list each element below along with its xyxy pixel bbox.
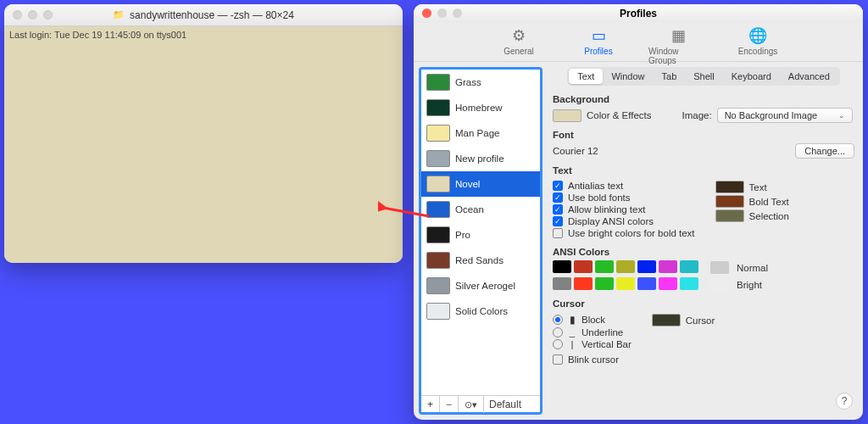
doc-icon: ▭: [589, 26, 608, 45]
minimize-icon[interactable]: [437, 8, 447, 18]
ansi-color-well[interactable]: [595, 277, 614, 290]
change-font-button[interactable]: Change...: [795, 143, 854, 159]
radio[interactable]: [553, 315, 563, 325]
minimize-icon[interactable]: [28, 10, 37, 20]
ansi-color-well[interactable]: [553, 260, 571, 273]
help-button[interactable]: ?: [836, 393, 853, 410]
remove-profile-button[interactable]: −: [440, 396, 459, 412]
profile-thumbnail: [426, 176, 450, 192]
toolbar-window-groups[interactable]: ▦Window Groups: [648, 26, 708, 61]
toolbar-profiles[interactable]: ▭Profiles: [569, 26, 628, 61]
cursor-glyph-icon: |: [568, 339, 576, 349]
profile-item-red-sands[interactable]: Red Sands: [421, 248, 540, 273]
ansi-color-well[interactable]: [616, 277, 635, 290]
profile-sidebar: GrassHomebrewMan PageNew profileNovelOce…: [419, 67, 542, 415]
tab-window[interactable]: Window: [603, 69, 653, 84]
terminal-titlebar[interactable]: 📁 sandywrittenhouse — -zsh — 80×24: [4, 4, 403, 26]
cursor-section-title: Cursor: [553, 298, 854, 309]
cursor-glyph-icon: _: [568, 327, 576, 338]
tab-text[interactable]: Text: [569, 69, 603, 84]
prefs-title: Profiles: [620, 8, 657, 20]
profile-item-new-profile[interactable]: New profile: [421, 146, 540, 171]
profile-thumbnail: [426, 201, 450, 218]
ansi-color-well[interactable]: [659, 277, 677, 290]
profile-item-homebrew[interactable]: Homebrew: [421, 95, 540, 120]
ansi-color-well[interactable]: [595, 260, 614, 273]
color-effects-label: Color & Effects: [587, 110, 652, 120]
ansi-color-well[interactable]: [574, 277, 593, 290]
last-login-text: Last login: Tue Dec 19 11:45:09 on ttys0…: [9, 30, 186, 40]
text-section-title: Text: [553, 165, 854, 176]
profile-item-man-page[interactable]: Man Page: [421, 120, 540, 146]
ansi-color-well[interactable]: [680, 260, 698, 273]
close-icon[interactable]: [422, 8, 431, 18]
radio[interactable]: [553, 339, 563, 349]
add-profile-button[interactable]: +: [421, 396, 440, 412]
traffic-lights[interactable]: [13, 10, 53, 20]
ansi-color-well[interactable]: [659, 260, 677, 273]
radio[interactable]: [553, 327, 563, 338]
profile-action-menu[interactable]: ⊙▾: [459, 396, 484, 413]
checkbox[interactable]: [553, 228, 563, 238]
profile-item-novel[interactable]: Novel: [421, 171, 540, 197]
ansi-color-well[interactable]: [680, 277, 698, 290]
ansi-color-well[interactable]: [637, 260, 656, 273]
ansi-color-well[interactable]: [637, 277, 656, 290]
prefs-toolbar: ⚙General▭Profiles▦Window Groups🌐Encoding…: [414, 23, 863, 62]
ansi-color-well[interactable]: [710, 278, 729, 291]
profile-thumbnail: [426, 125, 450, 142]
profile-list[interactable]: GrassHomebrewMan PageNew profileNovelOce…: [421, 70, 540, 395]
ansi-bright-label: Bright: [737, 280, 762, 290]
ansi-color-well[interactable]: [553, 277, 571, 290]
profile-item-solid-colors[interactable]: Solid Colors: [421, 298, 540, 324]
zoom-icon[interactable]: [453, 8, 462, 18]
traffic-lights[interactable]: [422, 8, 462, 18]
font-section-title: Font: [553, 130, 854, 140]
gear-icon: ⚙: [509, 26, 528, 45]
close-icon[interactable]: [13, 10, 22, 20]
checkbox[interactable]: ✓: [553, 181, 563, 191]
profile-item-pro[interactable]: Pro: [421, 222, 540, 248]
default-label: Default: [484, 399, 521, 410]
settings-pane: TextWindowTabShellKeyboardAdvanced Backg…: [542, 62, 863, 420]
tab-advanced[interactable]: Advanced: [780, 69, 838, 84]
font-value: Courier 12: [553, 146, 598, 156]
ansi-normal-label: Normal: [737, 263, 768, 273]
prefs-titlebar[interactable]: Profiles: [414, 4, 863, 23]
tab-tab[interactable]: Tab: [654, 69, 686, 84]
terminal-body[interactable]: Last login: Tue Dec 19 11:45:09 on ttys0…: [4, 26, 403, 263]
zoom-icon[interactable]: [43, 10, 53, 20]
background-image-popup[interactable]: No Background Image: [717, 108, 853, 123]
color-well[interactable]: [715, 195, 744, 208]
image-label: Image:: [682, 110, 712, 120]
profile-item-silver-aerogel[interactable]: Silver Aerogel: [421, 273, 540, 298]
checkbox[interactable]: [553, 354, 563, 365]
terminal-title: sandywrittenhouse — -zsh — 80×24: [130, 9, 294, 21]
ansi-color-well[interactable]: [574, 260, 593, 273]
cursor-glyph-icon: ▮: [568, 314, 576, 326]
profile-thumbnail: [426, 150, 450, 167]
tab-keyboard[interactable]: Keyboard: [723, 69, 780, 84]
background-section-title: Background: [553, 94, 854, 104]
color-well[interactable]: [715, 209, 744, 222]
color-well[interactable]: [715, 181, 744, 193]
ansi-color-well[interactable]: [616, 260, 635, 273]
folder-icon: 📁: [113, 9, 125, 20]
profile-footer: + − ⊙▾ Default: [421, 395, 540, 412]
checkbox[interactable]: ✓: [553, 204, 563, 215]
cursor-color-well[interactable]: [652, 314, 681, 326]
profile-thumbnail: [426, 303, 450, 320]
toolbar-encodings[interactable]: 🌐Encodings: [728, 26, 787, 61]
toolbar-general[interactable]: ⚙General: [489, 26, 548, 61]
tab-shell[interactable]: Shell: [685, 69, 722, 84]
background-color-well[interactable]: [553, 109, 581, 122]
profile-thumbnail: [426, 252, 450, 269]
globe-icon: 🌐: [748, 26, 767, 45]
checkbox[interactable]: ✓: [553, 192, 563, 203]
profile-tabs[interactable]: TextWindowTabShellKeyboardAdvanced: [567, 67, 840, 86]
ansi-color-well[interactable]: [710, 261, 729, 274]
profile-item-ocean[interactable]: Ocean: [421, 197, 540, 222]
profile-item-grass[interactable]: Grass: [421, 70, 540, 95]
checkbox[interactable]: ✓: [553, 216, 563, 226]
profile-thumbnail: [426, 226, 450, 243]
